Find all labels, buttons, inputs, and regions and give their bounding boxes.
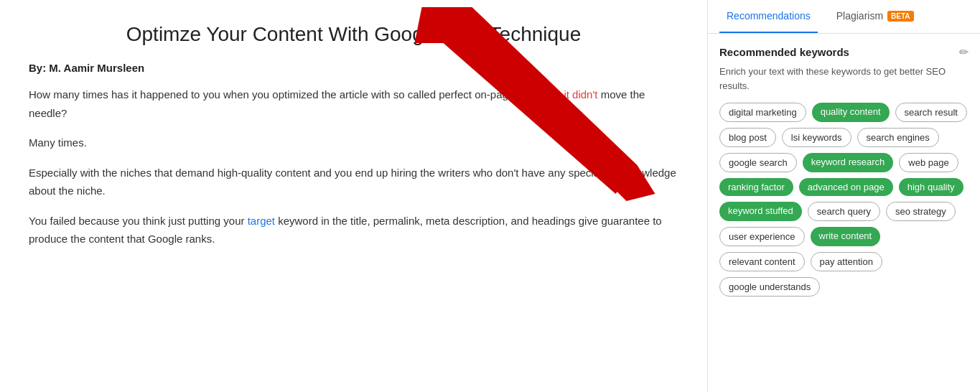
- keyword-tag-7[interactable]: keyword research: [803, 153, 894, 172]
- keyword-tag-8[interactable]: web page: [899, 153, 958, 172]
- keyword-tag-16[interactable]: write content: [811, 227, 881, 246]
- text-highlight-red: it didn't: [564, 88, 597, 101]
- paragraph-4: You failed because you think just puttin…: [29, 212, 678, 248]
- keyword-tag-6[interactable]: google search: [719, 153, 797, 172]
- paragraph-1: How many times has it happened to you wh…: [29, 85, 678, 122]
- section-description: Enrich your text with these keywords to …: [719, 65, 969, 93]
- section-header: Recommended keywords ✏: [719, 45, 969, 59]
- keyword-tag-5[interactable]: search engines: [857, 128, 939, 147]
- paragraph-2: Many times.: [29, 134, 678, 152]
- text-highlight-blue: target: [248, 215, 275, 227]
- keyword-tag-10[interactable]: advanced on page: [799, 178, 893, 196]
- keyword-tag-2[interactable]: search result: [895, 103, 967, 122]
- keyword-tag-12[interactable]: keyword stuffed: [719, 202, 802, 221]
- tab-recommendations[interactable]: Recommendations: [719, 0, 818, 33]
- content-area: Optimze Your Content With Google CNL Tec…: [0, 0, 707, 392]
- keyword-tag-11[interactable]: high quality: [899, 178, 963, 196]
- keyword-tag-1[interactable]: quality content: [812, 103, 890, 122]
- section-title: Recommended keywords: [719, 46, 849, 58]
- sidebar: Recommendations Plagiarism BETA Recommen…: [707, 0, 980, 392]
- article-author: By: M. Aamir Mursleen: [29, 62, 678, 74]
- sidebar-content: Recommended keywords ✏ Enrich your text …: [708, 34, 980, 392]
- article-body: How many times has it happened to you wh…: [29, 85, 678, 248]
- keyword-tag-15[interactable]: user experience: [719, 227, 805, 246]
- keyword-tag-0[interactable]: digital marketing: [719, 103, 806, 122]
- keyword-tag-4[interactable]: lsi keywords: [782, 128, 851, 147]
- edit-icon[interactable]: ✏: [959, 45, 969, 59]
- keyword-tag-9[interactable]: ranking factor: [719, 178, 793, 196]
- keywords-grid: digital marketingquality contentsearch r…: [719, 103, 969, 297]
- keyword-tag-3[interactable]: blog post: [719, 128, 776, 147]
- paragraph-3: Especially with the niches that demand h…: [29, 164, 678, 200]
- keyword-tag-17[interactable]: relevant content: [719, 252, 805, 271]
- keyword-tag-19[interactable]: google understands: [719, 277, 820, 297]
- keyword-tag-14[interactable]: seo strategy: [886, 202, 956, 221]
- keyword-tag-18[interactable]: pay attention: [811, 252, 882, 271]
- beta-badge: BETA: [887, 11, 913, 22]
- tab-plagiarism[interactable]: Plagiarism BETA: [829, 0, 921, 33]
- sidebar-tabs: Recommendations Plagiarism BETA: [708, 0, 980, 34]
- article-title: Optimze Your Content With Google CNL Tec…: [29, 22, 678, 47]
- keyword-tag-13[interactable]: search query: [808, 202, 880, 221]
